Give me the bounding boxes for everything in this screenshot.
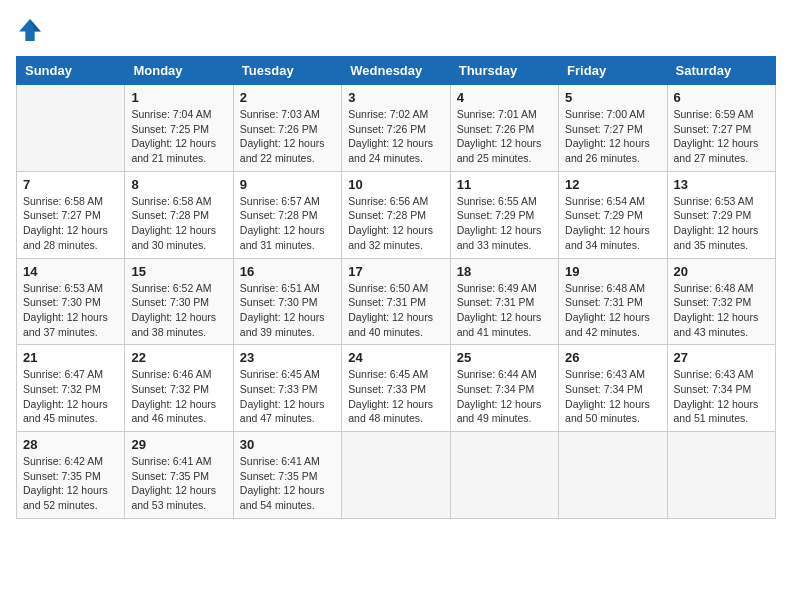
day-info: Sunrise: 6:43 AMSunset: 7:34 PMDaylight:…: [565, 367, 660, 426]
calendar-cell: 28Sunrise: 6:42 AMSunset: 7:35 PMDayligh…: [17, 432, 125, 519]
weekday-header: Wednesday: [342, 57, 450, 85]
calendar-cell: [559, 432, 667, 519]
day-info: Sunrise: 6:41 AMSunset: 7:35 PMDaylight:…: [131, 454, 226, 513]
calendar-cell: 18Sunrise: 6:49 AMSunset: 7:31 PMDayligh…: [450, 258, 558, 345]
calendar-cell: 5Sunrise: 7:00 AMSunset: 7:27 PMDaylight…: [559, 85, 667, 172]
day-number: 7: [23, 177, 118, 192]
day-info: Sunrise: 6:58 AMSunset: 7:28 PMDaylight:…: [131, 194, 226, 253]
day-number: 28: [23, 437, 118, 452]
day-number: 6: [674, 90, 769, 105]
weekday-header: Sunday: [17, 57, 125, 85]
day-number: 30: [240, 437, 335, 452]
calendar-cell: 6Sunrise: 6:59 AMSunset: 7:27 PMDaylight…: [667, 85, 775, 172]
day-number: 20: [674, 264, 769, 279]
weekday-header: Monday: [125, 57, 233, 85]
day-number: 13: [674, 177, 769, 192]
day-info: Sunrise: 6:53 AMSunset: 7:30 PMDaylight:…: [23, 281, 118, 340]
calendar-cell: [342, 432, 450, 519]
logo: [16, 16, 48, 44]
calendar-cell: 22Sunrise: 6:46 AMSunset: 7:32 PMDayligh…: [125, 345, 233, 432]
day-number: 16: [240, 264, 335, 279]
weekday-header: Thursday: [450, 57, 558, 85]
day-number: 9: [240, 177, 335, 192]
day-number: 15: [131, 264, 226, 279]
weekday-header: Saturday: [667, 57, 775, 85]
page-header: [16, 16, 776, 44]
weekday-header: Friday: [559, 57, 667, 85]
day-number: 17: [348, 264, 443, 279]
day-number: 4: [457, 90, 552, 105]
day-info: Sunrise: 6:58 AMSunset: 7:27 PMDaylight:…: [23, 194, 118, 253]
day-number: 26: [565, 350, 660, 365]
day-number: 5: [565, 90, 660, 105]
calendar-cell: [17, 85, 125, 172]
calendar-week-row: 7Sunrise: 6:58 AMSunset: 7:27 PMDaylight…: [17, 171, 776, 258]
calendar-cell: [667, 432, 775, 519]
day-number: 2: [240, 90, 335, 105]
calendar-cell: 1Sunrise: 7:04 AMSunset: 7:25 PMDaylight…: [125, 85, 233, 172]
calendar-week-row: 28Sunrise: 6:42 AMSunset: 7:35 PMDayligh…: [17, 432, 776, 519]
day-info: Sunrise: 6:46 AMSunset: 7:32 PMDaylight:…: [131, 367, 226, 426]
day-info: Sunrise: 6:44 AMSunset: 7:34 PMDaylight:…: [457, 367, 552, 426]
calendar-header-row: SundayMondayTuesdayWednesdayThursdayFrid…: [17, 57, 776, 85]
day-number: 14: [23, 264, 118, 279]
calendar-cell: 11Sunrise: 6:55 AMSunset: 7:29 PMDayligh…: [450, 171, 558, 258]
calendar-cell: 7Sunrise: 6:58 AMSunset: 7:27 PMDaylight…: [17, 171, 125, 258]
day-info: Sunrise: 6:57 AMSunset: 7:28 PMDaylight:…: [240, 194, 335, 253]
day-number: 22: [131, 350, 226, 365]
day-info: Sunrise: 6:50 AMSunset: 7:31 PMDaylight:…: [348, 281, 443, 340]
day-info: Sunrise: 6:45 AMSunset: 7:33 PMDaylight:…: [348, 367, 443, 426]
calendar-cell: 2Sunrise: 7:03 AMSunset: 7:26 PMDaylight…: [233, 85, 341, 172]
day-number: 3: [348, 90, 443, 105]
calendar-cell: 20Sunrise: 6:48 AMSunset: 7:32 PMDayligh…: [667, 258, 775, 345]
day-number: 25: [457, 350, 552, 365]
day-info: Sunrise: 6:49 AMSunset: 7:31 PMDaylight:…: [457, 281, 552, 340]
day-number: 8: [131, 177, 226, 192]
calendar-cell: 17Sunrise: 6:50 AMSunset: 7:31 PMDayligh…: [342, 258, 450, 345]
day-info: Sunrise: 6:48 AMSunset: 7:32 PMDaylight:…: [674, 281, 769, 340]
calendar-cell: 10Sunrise: 6:56 AMSunset: 7:28 PMDayligh…: [342, 171, 450, 258]
day-info: Sunrise: 7:04 AMSunset: 7:25 PMDaylight:…: [131, 107, 226, 166]
calendar-cell: 19Sunrise: 6:48 AMSunset: 7:31 PMDayligh…: [559, 258, 667, 345]
calendar-cell: 29Sunrise: 6:41 AMSunset: 7:35 PMDayligh…: [125, 432, 233, 519]
day-info: Sunrise: 6:56 AMSunset: 7:28 PMDaylight:…: [348, 194, 443, 253]
day-info: Sunrise: 6:52 AMSunset: 7:30 PMDaylight:…: [131, 281, 226, 340]
calendar-cell: 3Sunrise: 7:02 AMSunset: 7:26 PMDaylight…: [342, 85, 450, 172]
calendar-cell: [450, 432, 558, 519]
day-number: 10: [348, 177, 443, 192]
calendar-table: SundayMondayTuesdayWednesdayThursdayFrid…: [16, 56, 776, 519]
calendar-cell: 27Sunrise: 6:43 AMSunset: 7:34 PMDayligh…: [667, 345, 775, 432]
calendar-cell: 26Sunrise: 6:43 AMSunset: 7:34 PMDayligh…: [559, 345, 667, 432]
day-info: Sunrise: 6:41 AMSunset: 7:35 PMDaylight:…: [240, 454, 335, 513]
calendar-cell: 12Sunrise: 6:54 AMSunset: 7:29 PMDayligh…: [559, 171, 667, 258]
day-number: 21: [23, 350, 118, 365]
calendar-cell: 9Sunrise: 6:57 AMSunset: 7:28 PMDaylight…: [233, 171, 341, 258]
calendar-week-row: 14Sunrise: 6:53 AMSunset: 7:30 PMDayligh…: [17, 258, 776, 345]
day-number: 18: [457, 264, 552, 279]
day-number: 19: [565, 264, 660, 279]
calendar-week-row: 1Sunrise: 7:04 AMSunset: 7:25 PMDaylight…: [17, 85, 776, 172]
day-info: Sunrise: 6:45 AMSunset: 7:33 PMDaylight:…: [240, 367, 335, 426]
day-info: Sunrise: 6:48 AMSunset: 7:31 PMDaylight:…: [565, 281, 660, 340]
day-number: 23: [240, 350, 335, 365]
logo-icon: [16, 16, 44, 44]
weekday-header: Tuesday: [233, 57, 341, 85]
calendar-cell: 23Sunrise: 6:45 AMSunset: 7:33 PMDayligh…: [233, 345, 341, 432]
day-info: Sunrise: 6:51 AMSunset: 7:30 PMDaylight:…: [240, 281, 335, 340]
calendar-cell: 4Sunrise: 7:01 AMSunset: 7:26 PMDaylight…: [450, 85, 558, 172]
day-number: 29: [131, 437, 226, 452]
day-info: Sunrise: 7:01 AMSunset: 7:26 PMDaylight:…: [457, 107, 552, 166]
day-info: Sunrise: 6:59 AMSunset: 7:27 PMDaylight:…: [674, 107, 769, 166]
calendar-cell: 16Sunrise: 6:51 AMSunset: 7:30 PMDayligh…: [233, 258, 341, 345]
day-number: 1: [131, 90, 226, 105]
calendar-cell: 24Sunrise: 6:45 AMSunset: 7:33 PMDayligh…: [342, 345, 450, 432]
calendar-cell: 14Sunrise: 6:53 AMSunset: 7:30 PMDayligh…: [17, 258, 125, 345]
day-number: 11: [457, 177, 552, 192]
day-info: Sunrise: 6:42 AMSunset: 7:35 PMDaylight:…: [23, 454, 118, 513]
day-info: Sunrise: 7:03 AMSunset: 7:26 PMDaylight:…: [240, 107, 335, 166]
day-info: Sunrise: 6:47 AMSunset: 7:32 PMDaylight:…: [23, 367, 118, 426]
calendar-cell: 15Sunrise: 6:52 AMSunset: 7:30 PMDayligh…: [125, 258, 233, 345]
calendar-cell: 25Sunrise: 6:44 AMSunset: 7:34 PMDayligh…: [450, 345, 558, 432]
day-number: 12: [565, 177, 660, 192]
day-info: Sunrise: 7:00 AMSunset: 7:27 PMDaylight:…: [565, 107, 660, 166]
